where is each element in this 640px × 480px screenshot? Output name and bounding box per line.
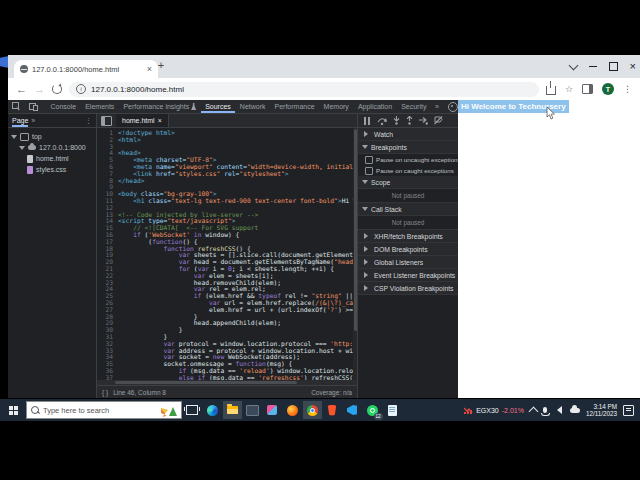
devtools-tab-console[interactable]: Console <box>46 100 81 113</box>
editor-horizontal-scrollbar[interactable] <box>97 380 357 385</box>
debugger-section-scope[interactable]: Scope <box>358 176 458 189</box>
checkbox-icon[interactable] <box>365 167 373 175</box>
devtools-tab-performance[interactable]: Performance <box>270 100 319 113</box>
step-icon[interactable] <box>419 117 428 125</box>
start-button[interactable] <box>0 399 26 421</box>
debugger-section-global-listeners[interactable]: Global Listeners <box>358 256 458 269</box>
stock-ticker[interactable]: EGX30 -2.01% <box>464 406 524 414</box>
tree-item-styles-css[interactable]: styles.css <box>8 164 96 175</box>
code-line[interactable]: 12 <box>97 205 357 212</box>
inspect-element-icon[interactable] <box>8 102 25 111</box>
line-number[interactable]: 5 <box>97 157 118 164</box>
taskbar-brave[interactable] <box>323 401 342 419</box>
code-line[interactable]: 22 var elem = sheets[i]; <box>97 273 357 280</box>
debugger-section-call-stack[interactable]: Call Stack <box>358 203 458 216</box>
onedrive-cloud-icon[interactable] <box>570 408 580 413</box>
line-number[interactable]: 6 <box>97 164 118 171</box>
code-line[interactable]: 3 <box>97 144 357 151</box>
checkbox-pause-on-caught-exceptions[interactable]: Pause on caught exceptions <box>358 165 458 176</box>
expanded-arrow-icon[interactable] <box>362 145 368 152</box>
line-number[interactable]: 1 <box>97 130 118 137</box>
code-line[interactable]: 13<!-- Code injected by live-server --> <box>97 212 357 219</box>
code-line[interactable]: 35 socket.onmessage = function(msg) { <box>97 361 357 368</box>
collapsed-arrow-icon[interactable] <box>364 246 371 252</box>
taskbar-firefox[interactable] <box>283 401 302 419</box>
page-viewport[interactable]: Hi Welcome to Technursery <box>458 100 640 398</box>
debugger-section-csp-violation-breakpoints[interactable]: CSP Violation Breakpoints <box>358 282 458 295</box>
more-tabs-icon[interactable]: » <box>431 103 443 110</box>
tree-item-127-0-0-1-8000[interactable]: 127.0.0.1:8000 <box>8 142 96 153</box>
collapsed-arrow-icon[interactable] <box>364 131 371 137</box>
devtools-tab-network[interactable]: Network <box>235 100 270 113</box>
deactivate-breakpoints-icon[interactable] <box>434 116 443 125</box>
tree-item-home-html[interactable]: home.html <box>8 153 96 164</box>
step-into-icon[interactable] <box>393 116 400 125</box>
window-minimize-button[interactable] <box>589 66 597 67</box>
tab-close-icon[interactable]: × <box>147 64 152 74</box>
line-number[interactable]: 7 <box>97 171 118 178</box>
devtools-tab-security[interactable]: Security <box>397 100 431 113</box>
line-number[interactable]: 8 <box>97 178 118 185</box>
bookmark-star-icon[interactable]: ☆ <box>565 84 573 94</box>
new-tab-button[interactable]: + <box>154 58 168 72</box>
collapsed-arrow-icon[interactable] <box>364 233 371 239</box>
line-number[interactable]: 3 <box>97 144 118 151</box>
tab-search-chevron-icon[interactable] <box>568 60 578 70</box>
code-line[interactable]: 1<!doctype html> <box>97 130 357 137</box>
debugger-section-breakpoints[interactable]: Breakpoints <box>358 141 458 154</box>
file-tab-home-html[interactable]: home.html × <box>116 114 169 127</box>
code-line[interactable]: 21 for (var i = 0; i < sheets.length; ++… <box>97 266 357 273</box>
taskbar-file-explorer[interactable] <box>223 401 242 419</box>
taskbar-whatsapp[interactable]: 12 <box>363 401 382 419</box>
code-line[interactable]: 28 } <box>97 314 357 321</box>
code-line[interactable]: 30 } <box>97 327 357 334</box>
expander-icon[interactable] <box>19 146 25 153</box>
window-maximize-button[interactable] <box>609 62 618 71</box>
file-tab-close-icon[interactable]: × <box>158 117 162 124</box>
code-line[interactable]: 27 elem.href = url + (url.indexOf('?') >… <box>97 307 357 314</box>
code-line[interactable]: 20 var head = document.getElementsByTagN… <box>97 259 357 266</box>
code-editor[interactable]: 1<!doctype html>2<html>34<head>5 <meta c… <box>97 128 357 380</box>
code-line[interactable]: 29 head.appendChild(elem); <box>97 320 357 327</box>
code-line[interactable]: 8</head> <box>97 178 357 185</box>
taskbar-chrome[interactable] <box>303 401 322 419</box>
device-toolbar-icon[interactable] <box>25 102 42 111</box>
taskbar-notepad[interactable] <box>383 401 402 419</box>
line-number[interactable]: 2 <box>97 137 118 144</box>
debugger-section-event-listener-breakpoints[interactable]: Event Listener Breakpoints <box>358 269 458 282</box>
code-line[interactable]: 19 var sheets = [].slice.call(document.g… <box>97 252 357 259</box>
devtools-settings-gear-icon[interactable] <box>448 102 458 112</box>
step-out-icon[interactable] <box>406 116 413 125</box>
collapsed-arrow-icon[interactable] <box>364 259 371 265</box>
navigator-toggle-icon[interactable] <box>101 116 112 126</box>
microphone-icon[interactable] <box>543 407 547 413</box>
collapsed-arrow-icon[interactable] <box>364 285 371 291</box>
code-line[interactable]: 23 head.removeChild(elem); <box>97 280 357 287</box>
browser-tab[interactable]: 127.0.0.1:8000/home.html × <box>14 60 158 78</box>
window-close-button[interactable]: × <box>630 61 636 72</box>
pretty-print-icon[interactable]: { } <box>102 389 108 396</box>
browser-menu-icon[interactable]: ⋮ <box>623 84 632 94</box>
devtools-tab-application[interactable]: Application <box>353 100 396 113</box>
site-info-icon[interactable]: i <box>76 84 86 94</box>
debugger-section-watch[interactable]: Watch <box>358 128 458 141</box>
collapsed-arrow-icon[interactable] <box>364 272 371 278</box>
editor-vertical-scrollbar[interactable] <box>353 128 357 380</box>
navigator-more-icon[interactable]: » <box>31 117 35 124</box>
line-number[interactable]: 4 <box>97 150 118 157</box>
step-over-icon[interactable] <box>377 117 387 125</box>
code-line[interactable]: 34 var socket = new WebSocket(address); <box>97 354 357 361</box>
devtools-tab-sources[interactable]: Sources <box>201 100 236 113</box>
tray-overflow-icon[interactable] <box>528 406 538 416</box>
code-line[interactable]: 16 if ('WebSocket' in window) { <box>97 232 357 239</box>
code-line[interactable]: 32 var protocol = window.location.protoc… <box>97 341 357 348</box>
code-line[interactable]: 31 } <box>97 334 357 341</box>
debugger-section-dom-breakpoints[interactable]: DOM Breakpoints <box>358 243 458 256</box>
resume-script-icon[interactable] <box>364 117 371 125</box>
profile-avatar[interactable]: T <box>602 83 614 95</box>
speaker-icon[interactable] <box>553 406 562 414</box>
code-line[interactable]: 5 <meta charset="UTF-8"> <box>97 157 357 164</box>
code-line[interactable]: 25 if (elem.href && typeof rel != "strin… <box>97 293 357 300</box>
code-line[interactable]: 36 if (msg.data == 'reload') window.loca… <box>97 368 357 375</box>
side-panel-icon[interactable] <box>582 84 593 94</box>
